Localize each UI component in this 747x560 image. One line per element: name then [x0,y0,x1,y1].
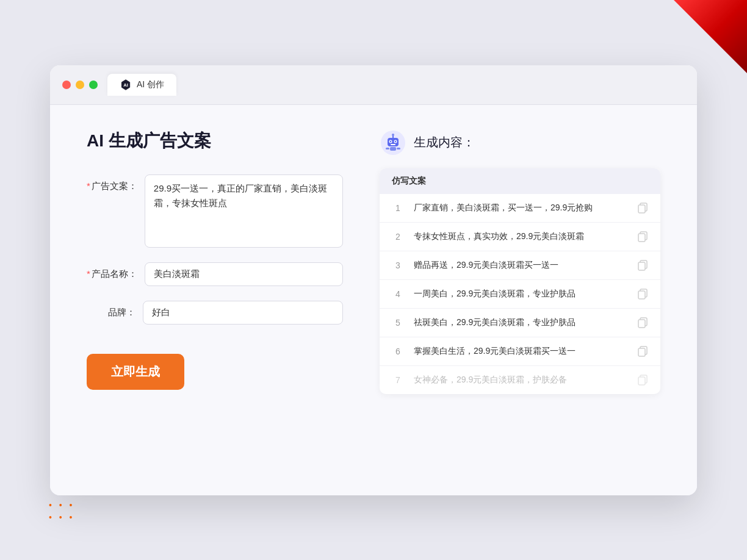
table-row: 1 厂家直销，美白淡斑霜，买一送一，29.9元抢购 [380,194,660,223]
copy-icon[interactable] [637,346,648,357]
row-number: 3 [392,260,404,270]
dots-decoration [49,499,98,523]
brand-input[interactable] [143,301,343,325]
result-table: 仿写文案 1 厂家直销，美白淡斑霜，买一送一，29.9元抢购 2 专抹女性斑点，… [380,168,660,394]
svg-rect-11 [390,147,396,151]
row-text: 一周美白，29.9元美白淡斑霜，专业护肤品 [414,289,627,300]
svg-point-6 [390,140,391,142]
copy-icon[interactable] [637,260,648,271]
row-number: 5 [392,318,404,328]
ad-copy-label: *广告文案： [87,174,137,192]
right-panel: 生成内容： 仿写文案 1 厂家直销，美白淡斑霜，买一送一，29.9元抢购 2 专… [380,129,660,471]
svg-rect-21 [638,291,645,299]
row-text: 祛斑美白，29.9元美白淡斑霜，专业护肤品 [414,317,627,328]
robot-icon [380,129,406,156]
product-name-input[interactable] [145,262,343,286]
copy-icon[interactable] [637,203,648,214]
table-row: 2 专抹女性斑点，真实功效，29.9元美白淡斑霜 [380,223,660,251]
brand-label: 品牌： [87,301,135,318]
svg-rect-23 [638,320,645,328]
svg-point-7 [395,140,396,142]
ai-tab-icon: AI [120,79,132,91]
table-row: 3 赠品再送，29.9元美白淡斑霜买一送一 [380,251,660,280]
row-text: 专抹女性斑点，真实功效，29.9元美白淡斑霜 [414,231,627,242]
row-number: 4 [392,289,404,299]
copy-icon[interactable] [637,231,648,242]
browser-toolbar: AI AI 创作 [50,65,697,105]
svg-point-9 [392,134,394,136]
left-panel: AI 生成广告文案 *广告文案： 29.9买一送一，真正的厂家直销，美白淡斑霜，… [87,129,343,471]
form-group-brand: 品牌： [87,301,343,325]
copy-icon[interactable] [637,289,648,300]
copy-icon[interactable] [637,375,648,386]
product-name-label: *产品名称： [87,262,137,280]
table-column-header: 仿写文案 [380,168,660,194]
svg-rect-13 [397,148,400,149]
copy-icon[interactable] [637,317,648,328]
svg-rect-17 [638,234,645,242]
browser-tab[interactable]: AI AI 创作 [107,74,176,96]
form-group-ad-copy: *广告文案： 29.9买一送一，真正的厂家直销，美白淡斑霜，专抹女性斑点 [87,174,343,248]
svg-text:AI: AI [123,82,128,88]
svg-rect-10 [391,144,395,145]
table-row: 7 女神必备，29.9元美白淡斑霜，护肤必备 [380,366,660,394]
row-number: 2 [392,232,404,242]
table-row: 5 祛斑美白，29.9元美白淡斑霜，专业护肤品 [380,309,660,337]
row-text: 掌握美白生活，29.9元美白淡斑霜买一送一 [414,346,627,357]
traffic-light-yellow[interactable] [76,81,84,89]
svg-rect-27 [638,377,645,385]
table-row: 6 掌握美白生活，29.9元美白淡斑霜买一送一 [380,337,660,366]
form-group-product-name: *产品名称： [87,262,343,286]
required-star-ad: * [87,181,90,191]
result-title: 生成内容： [414,134,475,151]
traffic-lights [62,81,98,89]
svg-rect-12 [386,148,389,149]
row-text: 女神必备，29.9元美白淡斑霜，护肤必备 [414,375,627,386]
ad-copy-textarea[interactable]: 29.9买一送一，真正的厂家直销，美白淡斑霜，专抹女性斑点 [145,174,343,248]
row-number: 7 [392,375,404,385]
row-number: 1 [392,203,404,213]
svg-rect-25 [638,348,645,356]
table-row: 4 一周美白，29.9元美白淡斑霜，专业护肤品 [380,280,660,309]
browser-content: AI 生成广告文案 *广告文案： 29.9买一送一，真正的厂家直销，美白淡斑霜，… [50,105,697,495]
row-number: 6 [392,346,404,356]
result-header: 生成内容： [380,129,660,156]
required-star-product: * [87,268,90,279]
corner-decoration [674,0,747,73]
row-text: 厂家直销，美白淡斑霜，买一送一，29.9元抢购 [414,203,627,214]
page-title: AI 生成广告文案 [87,129,343,153]
browser-window: AI AI 创作 AI 生成广告文案 *广告文案： 29.9买一送一，真正的厂家… [50,65,697,495]
traffic-light-red[interactable] [62,81,71,89]
traffic-light-green[interactable] [89,81,98,89]
svg-rect-15 [638,205,645,213]
tab-title-label: AI 创作 [137,79,164,90]
row-text: 赠品再送，29.9元美白淡斑霜买一送一 [414,260,627,271]
svg-rect-19 [638,262,645,270]
generate-button[interactable]: 立即生成 [87,354,184,390]
